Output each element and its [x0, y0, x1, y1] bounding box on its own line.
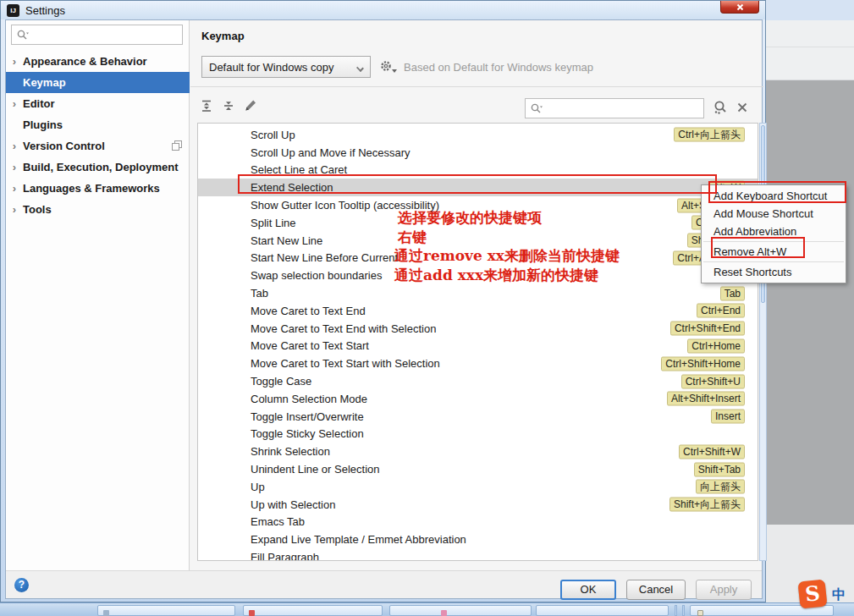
scheme-settings-button[interactable]	[380, 59, 399, 74]
shortcut-badge: Insert	[711, 410, 745, 424]
keymap-row[interactable]: Move Caret to Text Start with SelectionC…	[198, 355, 758, 372]
find-by-shortcut-icon	[712, 99, 729, 116]
edit-shortcut-button[interactable]	[243, 98, 260, 115]
settings-sidebar: ›Appearance & BehaviorKeymap›EditorPlugi…	[6, 20, 190, 570]
pencil-icon	[243, 98, 258, 113]
sidebar-item-version-control[interactable]: ›Version Control	[6, 135, 190, 157]
collapse-all-button[interactable]	[221, 98, 238, 115]
keymap-row[interactable]: Column Selection ModeAlt+Shift+Insert	[198, 390, 758, 408]
close-button[interactable]	[720, 1, 759, 14]
chevron-right-icon[interactable]: ›	[6, 182, 23, 195]
shortcut-badge: Ctrl+向上箭头	[674, 128, 745, 142]
keymap-row[interactable]: Expand Live Template / Emmet Abbreviatio…	[198, 531, 758, 548]
shortcut-badge: Ctrl+Shift+W	[679, 444, 745, 459]
chevron-right-icon[interactable]: ›	[6, 97, 23, 110]
keymap-row[interactable]: Toggle Insert/OverwriteInsert	[198, 408, 758, 426]
annotation-box-remove-shortcut	[711, 237, 805, 258]
intellij-logo-icon: IJ	[7, 4, 19, 17]
sidebar-item-label: Version Control	[23, 140, 105, 152]
expand-all-button[interactable]	[199, 98, 216, 115]
action-label: Swap selection boundaries	[198, 269, 382, 282]
background-window-strip	[766, 0, 854, 20]
background-editor-area	[766, 80, 854, 525]
apply-button[interactable]: Apply	[696, 580, 752, 600]
keymap-row[interactable]: Scroll UpCtrl+向上箭头	[198, 126, 758, 144]
chevron-right-icon[interactable]: ›	[6, 161, 23, 173]
sidebar-item-build-execution-deployment[interactable]: ›Build, Execution, Deployment	[6, 157, 190, 178]
shortcut-badge: Shift+Tab	[694, 462, 745, 476]
chevron-right-icon[interactable]: ›	[6, 203, 23, 216]
chevron-down-icon	[356, 64, 364, 72]
keymap-row[interactable]: Unindent Line or SelectionShift+Tab	[198, 460, 758, 478]
close-icon	[736, 3, 744, 11]
action-label: Scroll Up	[198, 129, 295, 141]
keymap-row[interactable]: Toggle CaseCtrl+Shift+U	[198, 372, 758, 390]
sidebar-item-keymap[interactable]: Keymap	[6, 72, 190, 93]
keymap-row[interactable]: Fill Paragraph	[198, 548, 758, 561]
keymap-row[interactable]: Scroll Up and Move if Necessary	[198, 144, 758, 162]
menu-item-add-mouse-shortcut[interactable]: Add Mouse Shortcut	[702, 205, 846, 223]
taskbar-button[interactable]	[389, 605, 532, 616]
sidebar-item-languages-frameworks[interactable]: ›Languages & Frameworks	[6, 178, 190, 199]
action-label: Move Caret to Text Start with Selection	[198, 357, 440, 370]
desktop-background	[766, 0, 854, 602]
annotation-text: 右键	[398, 228, 427, 247]
keymap-row[interactable]: Up with SelectionShift+向上箭头	[198, 496, 758, 514]
find-by-shortcut-button[interactable]	[712, 99, 730, 118]
sidebar-item-label: Keymap	[23, 76, 66, 89]
chevron-right-icon[interactable]: ›	[6, 140, 23, 152]
shortcut-badge: Ctrl+Shift+Home	[661, 356, 745, 371]
taskbar-button[interactable]	[97, 605, 235, 616]
keymap-panel: Keymap Default for Windows copy Based on…	[190, 20, 763, 570]
annotation-text: 选择要修改的快捷键项	[398, 208, 542, 228]
sidebar-item-editor[interactable]: ›Editor	[6, 93, 190, 114]
keymap-row[interactable]: Move Caret to Text End with SelectionCtr…	[198, 320, 758, 338]
keymap-row[interactable]: TabTab	[198, 284, 758, 302]
sidebar-search-input[interactable]	[11, 25, 183, 45]
window-title: Settings	[25, 4, 65, 17]
keymap-row[interactable]: Toggle Sticky Selection	[198, 426, 758, 443]
action-label: Split Line	[198, 217, 295, 229]
sidebar-item-label: Languages & Frameworks	[23, 182, 160, 195]
close-icon	[736, 101, 749, 114]
sogou-logo-icon[interactable]: S	[797, 579, 827, 608]
ime-language-label[interactable]: 中	[832, 586, 846, 604]
clear-search-button[interactable]	[736, 101, 751, 116]
keymap-search-input[interactable]	[525, 98, 704, 118]
menu-item-reset-shortcuts[interactable]: Reset Shortcuts	[702, 263, 846, 281]
shortcut-badge: Shift+向上箭头	[669, 498, 745, 512]
keymap-row[interactable]: Emacs Tab	[198, 514, 758, 531]
sidebar-item-plugins[interactable]: Plugins	[6, 114, 190, 135]
cancel-button[interactable]: Cancel	[626, 580, 686, 600]
action-label: Start New Line Before Current	[198, 251, 398, 264]
search-icon	[530, 102, 543, 115]
help-button[interactable]: ?	[14, 578, 29, 592]
ok-button[interactable]: OK	[560, 580, 616, 600]
keymap-row[interactable]: Shrink SelectionCtrl+Shift+W	[198, 443, 758, 460]
action-label: Emacs Tab	[198, 515, 305, 528]
sidebar-item-appearance-behavior[interactable]: ›Appearance & Behavior	[6, 51, 190, 72]
keymap-row[interactable]: Move Caret to Text StartCtrl+Home	[198, 338, 758, 355]
title-bar[interactable]: IJ Settings	[1, 1, 765, 19]
sidebar-item-label: Plugins	[23, 118, 63, 131]
keymap-row[interactable]: Move Caret to Text EndCtrl+End	[198, 302, 758, 320]
shortcut-badge: Ctrl+Home	[687, 338, 745, 353]
action-label: Fill Paragraph	[198, 551, 319, 561]
action-label: Expand Live Template / Emmet Abbreviatio…	[198, 533, 466, 546]
chevron-right-icon[interactable]: ›	[6, 55, 23, 68]
sidebar-item-label: Build, Execution, Deployment	[23, 161, 178, 173]
sidebar-item-label: Editor	[23, 97, 55, 110]
shortcut-badge: Alt+Shift+Insert	[667, 392, 745, 406]
action-label: Toggle Case	[198, 375, 311, 388]
taskbar-separator	[675, 605, 677, 616]
action-label: Start New Line	[198, 234, 322, 247]
action-label: Column Selection Mode	[198, 393, 367, 405]
taskbar-button[interactable]	[243, 605, 383, 616]
action-label: Up with Selection	[198, 498, 335, 511]
taskbar-button[interactable]	[536, 605, 669, 616]
sidebar-item-tools[interactable]: ›Tools	[6, 199, 190, 220]
shortcut-badge: 向上箭头	[696, 480, 745, 494]
action-label: Move Caret to Text End with Selection	[198, 322, 436, 335]
keymap-row[interactable]: Up向上箭头	[198, 478, 758, 496]
keymap-scheme-select[interactable]: Default for Windows copy	[201, 56, 371, 78]
